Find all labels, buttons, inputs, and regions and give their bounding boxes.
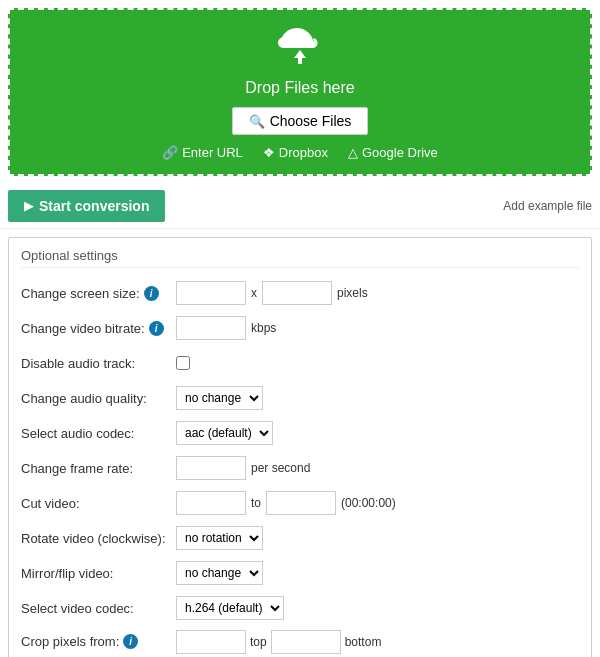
cut-video-hint: (00:00:00) xyxy=(341,496,396,510)
frame-rate-unit: per second xyxy=(251,461,310,475)
google-drive-icon: △ xyxy=(348,145,358,160)
choose-files-button[interactable]: 🔍 Choose Files xyxy=(232,107,369,135)
disable-audio-row: Disable audio track: xyxy=(21,350,579,376)
cut-video-start-input[interactable] xyxy=(176,491,246,515)
frame-rate-input[interactable] xyxy=(176,456,246,480)
mirror-video-select[interactable]: no change horizontal vertical xyxy=(176,561,263,585)
cut-video-row: Cut video: to (00:00:00) xyxy=(21,490,579,516)
video-bitrate-label: Change video bitrate: i xyxy=(21,321,176,336)
rotate-video-control: no rotation 90° 180° 270° xyxy=(176,526,263,550)
search-icon: 🔍 xyxy=(249,114,265,129)
upload-icon xyxy=(20,28,580,73)
drop-text: Drop Files here xyxy=(20,79,580,97)
mirror-video-row: Mirror/flip video: no change horizontal … xyxy=(21,560,579,586)
start-conversion-button[interactable]: ▶ Start conversion xyxy=(8,190,165,222)
video-codec-control: h.264 (default) h.265 mpeg4 theora xyxy=(176,596,284,620)
cut-video-to: to xyxy=(251,496,261,510)
play-icon: ▶ xyxy=(24,199,33,213)
screen-size-label: Change screen size: i xyxy=(21,286,176,301)
toolbar: ▶ Start conversion Add example file xyxy=(0,184,600,229)
audio-quality-row: Change audio quality: no change low medi… xyxy=(21,385,579,411)
audio-quality-label: Change audio quality: xyxy=(21,391,176,406)
mirror-video-label: Mirror/flip video: xyxy=(21,566,176,581)
cut-video-end-input[interactable] xyxy=(266,491,336,515)
video-bitrate-input[interactable] xyxy=(176,316,246,340)
crop-info-icon[interactable]: i xyxy=(123,634,138,649)
drop-zone[interactable]: Drop Files here 🔍 Choose Files 🔗 Enter U… xyxy=(8,8,592,176)
drop-links: 🔗 Enter URL ❖ Dropbox △ Google Drive xyxy=(20,145,580,160)
optional-settings-panel: Optional settings Change screen size: i … xyxy=(8,237,592,657)
screen-size-info-icon[interactable]: i xyxy=(144,286,159,301)
dropbox-link[interactable]: ❖ Dropbox xyxy=(263,145,328,160)
frame-rate-label: Change frame rate: xyxy=(21,461,176,476)
screen-size-unit: pixels xyxy=(337,286,368,300)
video-codec-row: Select video codec: h.264 (default) h.26… xyxy=(21,595,579,621)
audio-codec-control: aac (default) mp3 ogg none xyxy=(176,421,273,445)
enter-url-link[interactable]: 🔗 Enter URL xyxy=(162,145,243,160)
video-codec-select[interactable]: h.264 (default) h.265 mpeg4 theora xyxy=(176,596,284,620)
screen-height-input[interactable] xyxy=(262,281,332,305)
frame-rate-row: Change frame rate: per second xyxy=(21,455,579,481)
svg-marker-0 xyxy=(294,50,306,64)
audio-codec-row: Select audio codec: aac (default) mp3 og… xyxy=(21,420,579,446)
add-example-link[interactable]: Add example file xyxy=(503,199,592,213)
rotate-video-label: Rotate video (clockwise): xyxy=(21,531,176,546)
cut-video-control: to (00:00:00) xyxy=(176,491,396,515)
dropbox-icon: ❖ xyxy=(263,145,275,160)
audio-quality-control: no change low medium high xyxy=(176,386,263,410)
disable-audio-label: Disable audio track: xyxy=(21,356,176,371)
crop-bottom-input[interactable] xyxy=(271,630,341,654)
audio-quality-select[interactable]: no change low medium high xyxy=(176,386,263,410)
video-codec-label: Select video codec: xyxy=(21,601,176,616)
section-title: Optional settings xyxy=(21,248,579,268)
crop-pixels-label: Crop pixels from: i xyxy=(21,630,176,649)
video-bitrate-info-icon[interactable]: i xyxy=(149,321,164,336)
disable-audio-control xyxy=(176,356,190,370)
crop-bottom-label: bottom xyxy=(345,635,382,649)
screen-size-control: x pixels xyxy=(176,281,368,305)
cut-video-label: Cut video: xyxy=(21,496,176,511)
disable-audio-checkbox[interactable] xyxy=(176,356,190,370)
crop-top-label: top xyxy=(250,635,267,649)
rotate-video-row: Rotate video (clockwise): no rotation 90… xyxy=(21,525,579,551)
screen-width-input[interactable] xyxy=(176,281,246,305)
mirror-video-control: no change horizontal vertical xyxy=(176,561,263,585)
audio-codec-label: Select audio codec: xyxy=(21,426,176,441)
audio-codec-select[interactable]: aac (default) mp3 ogg none xyxy=(176,421,273,445)
screen-size-x: x xyxy=(251,286,257,300)
video-bitrate-unit: kbps xyxy=(251,321,276,335)
video-bitrate-control: kbps xyxy=(176,316,276,340)
link-icon: 🔗 xyxy=(162,145,178,160)
rotate-video-select[interactable]: no rotation 90° 180° 270° xyxy=(176,526,263,550)
start-conversion-label: Start conversion xyxy=(39,198,149,214)
crop-pixels-row: Crop pixels from: i top bottom left righ… xyxy=(21,630,579,657)
google-drive-link[interactable]: △ Google Drive xyxy=(348,145,438,160)
screen-size-row: Change screen size: i x pixels xyxy=(21,280,579,306)
video-bitrate-row: Change video bitrate: i kbps xyxy=(21,315,579,341)
frame-rate-control: per second xyxy=(176,456,310,480)
crop-top-input[interactable] xyxy=(176,630,246,654)
choose-files-label: Choose Files xyxy=(270,113,352,129)
